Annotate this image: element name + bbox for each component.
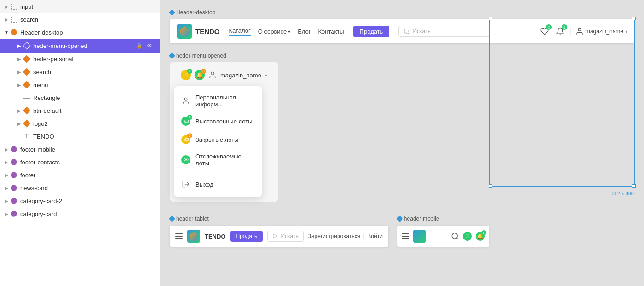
sidebar-item-label: Rectangle <box>33 94 156 101</box>
dropdown-item-label: Выход <box>196 181 213 188</box>
chevron-icon: ▶ <box>4 17 9 22</box>
user-area[interactable]: magazin_name ▾ <box>570 27 627 35</box>
tag-yellow-icon: 🏷 3 <box>181 134 191 145</box>
active-lots-badge: 8 <box>187 115 192 120</box>
selection-handle-tl <box>489 17 492 20</box>
notifications-icon-wrap[interactable]: 1 <box>555 26 566 37</box>
sidebar-item-label: footer-contacts <box>20 159 156 166</box>
mobile-icons: ♡ 🔔 1 <box>451 232 485 241</box>
dropdown-area: heder-menu-opened ♡ 2 🔔 3 <box>170 53 278 202</box>
search-box[interactable]: Искать <box>398 26 490 37</box>
hamburger-menu[interactable] <box>175 233 183 239</box>
eye-button[interactable]: 👁 <box>145 41 154 50</box>
sidebar-item-search-top[interactable]: ▶ search <box>0 13 160 26</box>
section-label-text: header-tablet <box>176 216 209 222</box>
mobile-heart-wrap[interactable]: ♡ <box>463 232 472 241</box>
header-desktop-section: Header-desktop TENDO Каталог О сервисе ▾… <box>170 9 635 202</box>
tablet-logo-text: TENDO <box>205 233 226 240</box>
chevron-icon: ▶ <box>17 56 22 62</box>
sidebar-item-news-card[interactable]: ▶ news-card <box>0 181 160 194</box>
chevron-icon: ▶ <box>17 82 22 88</box>
dashed-square-icon <box>10 3 17 10</box>
nav-link-catalog[interactable]: Каталог <box>229 27 251 36</box>
register-link[interactable]: Зарегистрироваться <box>308 233 360 239</box>
section-label-text: Header-desktop <box>176 9 215 16</box>
dropdown-diamond-icon <box>169 53 175 59</box>
tablet-sell-button[interactable]: Продать <box>230 231 263 242</box>
svg-point-0 <box>404 29 408 33</box>
auth-separator: | <box>363 233 364 239</box>
dropdown-item-closed-lots[interactable]: 🏷 3 Закрытые лоты <box>174 130 262 149</box>
octagon-purple-icon <box>10 158 17 166</box>
mobile-bell-wrap[interactable]: 🔔 1 <box>476 232 485 241</box>
dropdown-item-label: Отслеживаемые лоты <box>196 153 255 167</box>
sidebar-item-label: Header-desktop <box>20 29 156 36</box>
user-circle-icon <box>208 71 217 79</box>
sidebar-item-footer-mobile[interactable]: ▶ footer-mobile <box>0 143 160 156</box>
dropdown-item-exit[interactable]: Выход <box>174 175 262 193</box>
octagon-purple-icon <box>10 210 17 217</box>
exit-icon <box>181 179 191 189</box>
svg-line-7 <box>276 237 277 238</box>
dropdown-item-label: Закрытые лоты <box>196 136 238 143</box>
ham-line <box>402 233 409 234</box>
tablet-search-box[interactable]: Искать <box>267 231 303 242</box>
login-link[interactable]: Войти <box>367 233 383 239</box>
sidebar-item-btn-default[interactable]: ▶ btn-default <box>0 104 160 117</box>
sidebar-item-menu[interactable]: ▶ menu <box>0 78 160 91</box>
svg-line-9 <box>456 238 458 239</box>
sidebar-item-input[interactable]: ▶ input <box>0 0 160 13</box>
header-icon-heart[interactable]: ♡ 2 <box>181 70 191 80</box>
sell-button[interactable]: Продать <box>353 26 390 37</box>
sidebar-item-header-desktop[interactable]: ▼ Header-desktop <box>0 26 160 39</box>
sidebar-item-footer[interactable]: ▶ footer <box>0 169 160 181</box>
header-icon-bell[interactable]: 🔔 3 <box>195 70 205 80</box>
ham-line <box>402 236 409 237</box>
mobile-preview: ♡ 🔔 1 <box>397 226 489 247</box>
selection-handle-tr <box>632 17 636 20</box>
sidebar-item-label: footer-mobile <box>20 146 156 153</box>
dropdown-menu: Персональная информ... 🏷 8 Выставленные … <box>174 86 262 197</box>
dropdown-wrapper: ♡ 2 🔔 3 magazin_name ▾ <box>170 62 278 202</box>
section-label-tablet: header-tablet <box>170 216 388 222</box>
mobile-search-icon[interactable] <box>451 232 459 240</box>
favorites-icon-wrap[interactable]: 2 <box>539 26 550 37</box>
sidebar-item-label: search <box>20 16 156 23</box>
sidebar-item-label: input <box>20 3 156 10</box>
sidebar-item-label: heder-menu-opened <box>33 42 135 49</box>
nav-link-service[interactable]: О сервисе ▾ <box>258 28 291 35</box>
user-dropdown-chevron: ▾ <box>625 29 627 34</box>
sidebar-item-search[interactable]: ▶ search <box>0 65 160 78</box>
sidebar-item-heder-personal[interactable]: ▶ heder-personal <box>0 53 160 65</box>
tablet-preview: TENDO Продать Искать Зарегистрироваться … <box>170 226 388 247</box>
svg-point-4 <box>184 98 187 100</box>
sidebar-item-label: category-card <box>20 210 156 217</box>
dropdown-label-text: heder-menu-opened <box>176 53 226 59</box>
dropdown-item-tracked-lots[interactable]: 👁 Отслеживаемые лоты <box>174 149 262 171</box>
mobile-hamburger[interactable] <box>402 233 409 239</box>
sidebar-item-category-card-2[interactable]: ▶ category-card-2 <box>0 194 160 207</box>
chevron-icon: ▶ <box>4 185 9 191</box>
sidebar-item-tendo[interactable]: T TENDO <box>0 130 160 143</box>
chevron-icon: ▶ <box>17 108 22 113</box>
dropdown-item-personal[interactable]: Персональная информ... <box>174 90 262 112</box>
svg-point-6 <box>273 234 277 238</box>
user-icon <box>575 27 584 35</box>
sidebar-item-category-card[interactable]: ▶ category-card <box>0 207 160 220</box>
lock-button[interactable]: 🔒 <box>135 41 144 50</box>
dropdown-chevron: ▾ <box>265 73 267 78</box>
logo-area: TENDO <box>177 24 220 39</box>
nav-link-blog[interactable]: Блог <box>298 28 310 35</box>
section-label-header-desktop: Header-desktop <box>170 9 635 16</box>
section-diamond-icon <box>169 216 175 222</box>
sidebar-item-logo2[interactable]: ▶ logo2 <box>0 117 160 130</box>
dropdown-item-active-lots[interactable]: 🏷 8 Выставленные лоты <box>174 112 262 130</box>
chevron-icon: ▶ <box>17 69 22 75</box>
logo-badge <box>177 24 192 39</box>
nav-link-contacts[interactable]: Контакты <box>318 28 344 35</box>
tablet-logo-inner <box>189 232 198 241</box>
sidebar-item-heder-menu-opened[interactable]: ▶ heder-menu-opened 🔒 👁 <box>0 39 160 53</box>
sidebar-item-footer-contacts[interactable]: ▶ footer-contacts <box>0 156 160 169</box>
canvas: Header-desktop TENDO Каталог О сервисе ▾… <box>161 0 644 286</box>
sidebar-item-rectangle[interactable]: Rectangle <box>0 91 160 104</box>
